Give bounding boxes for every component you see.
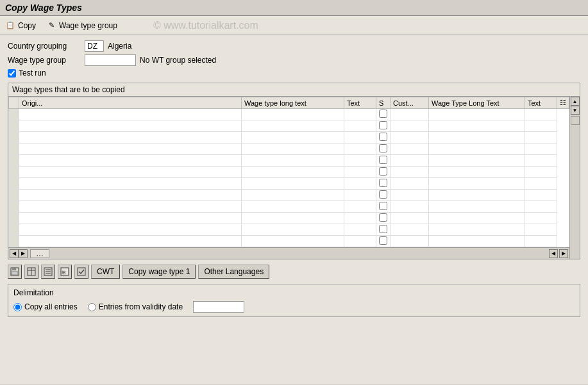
row-checkbox[interactable] <box>379 202 387 210</box>
table-row <box>9 236 569 247</box>
table-row <box>9 190 569 201</box>
action-bar: ⊞ CWT Copy wage type 1 Other Languages <box>8 265 580 279</box>
table-icon <box>27 267 36 276</box>
copy-icon: 📋 <box>5 20 15 31</box>
pencil-icon: ✎ <box>46 20 56 31</box>
wage-type-group-label: Wage type group <box>8 56 85 65</box>
scroll-right3-btn[interactable]: ▶ <box>559 249 568 258</box>
toolbar-wage-group[interactable]: ✎ Wage type group <box>46 20 117 31</box>
vertical-scrollbar[interactable]: ▲ ▼ <box>569 97 580 259</box>
wage-type-group-row: Wage type group No WT group selected <box>8 54 580 66</box>
col-cust-header: Cust... <box>391 97 429 109</box>
toolbar-copy-label: Copy <box>18 21 36 30</box>
copy-wage-type-button[interactable]: Copy wage type 1 <box>122 265 196 279</box>
table-icon-btn[interactable] <box>24 265 38 279</box>
copy-all-label: Copy all entries <box>24 302 78 311</box>
no-wt-group-text: No WT group selected <box>140 56 216 65</box>
table-row <box>9 224 569 236</box>
table-scroll-container: Origi... Wage type long text Text S Cust… <box>8 97 580 259</box>
test-run-checkbox[interactable] <box>8 69 16 78</box>
svg-rect-1 <box>12 268 16 270</box>
svg-rect-13 <box>78 268 85 275</box>
scroll-right-btn[interactable]: ▶ <box>19 249 28 258</box>
row-checkbox[interactable] <box>379 213 387 222</box>
row-checkbox[interactable] <box>379 167 387 176</box>
row-checkbox[interactable] <box>379 110 387 118</box>
delimitation-options: Copy all entries Entries from validity d… <box>13 301 575 313</box>
scroll-down-btn[interactable]: ▼ <box>571 106 580 115</box>
title-bar: Copy Wage Types <box>0 0 588 16</box>
scroll-left-btn[interactable]: ◀ <box>10 249 19 258</box>
main-content: Country grouping Algeria Wage type group… <box>0 35 588 384</box>
row-checkbox[interactable] <box>379 156 387 164</box>
toolbar-wage-group-label: Wage type group <box>59 21 117 30</box>
delimitation-title: Delimitation <box>13 288 575 297</box>
page-title: Copy Wage Types <box>5 3 82 13</box>
check-icon <box>77 267 86 276</box>
country-name: Algeria <box>108 42 131 51</box>
col-text2-header: Text <box>525 97 557 109</box>
table-row <box>9 167 569 178</box>
row-checkbox[interactable] <box>379 144 387 152</box>
wage-type-group-input[interactable] <box>85 54 136 66</box>
table-row <box>9 120 569 132</box>
validity-date-option: Entries from validity date <box>88 302 183 311</box>
delimitation-section: Delimitation Copy all entries Entries fr… <box>8 284 580 317</box>
table-wrapper: Origi... Wage type long text Text S Cust… <box>8 97 569 259</box>
col-sel-header <box>9 97 19 109</box>
validity-date-radio[interactable] <box>88 303 96 311</box>
copy-all-option: Copy all entries <box>13 302 78 311</box>
cwt-button[interactable]: CWT <box>91 265 120 279</box>
col-wt-long-text-header: Wage type long text <box>242 97 344 109</box>
scroll-right2-btn[interactable]: ◀ <box>549 249 558 258</box>
row-checkbox[interactable] <box>379 121 387 129</box>
row-checkbox[interactable] <box>379 179 387 187</box>
col-orig-header: Origi... <box>19 97 242 109</box>
row-checkbox[interactable] <box>379 225 387 233</box>
row-checkbox[interactable] <box>379 133 387 141</box>
other-languages-button[interactable]: Other Languages <box>198 265 269 279</box>
wage-types-table-section: Wage types that are to be copied Origi..… <box>8 83 580 259</box>
svg-text:⊞: ⊞ <box>62 270 66 275</box>
col-text-header: Text <box>344 97 376 109</box>
scroll-indicator: … <box>30 249 49 258</box>
country-grouping-row: Country grouping Algeria <box>8 40 580 52</box>
col-s-header: S <box>376 97 391 109</box>
watermark: © www.tutorialkart.com <box>153 20 258 31</box>
col-settings-header[interactable]: ☷ <box>557 97 569 109</box>
check-icon-btn[interactable] <box>74 265 88 279</box>
save-icon <box>10 267 19 276</box>
list-icon-btn[interactable] <box>41 265 55 279</box>
table-row <box>9 109 569 120</box>
validity-date-label: Entries from validity date <box>99 302 183 311</box>
copy-all-radio[interactable] <box>13 303 22 311</box>
row-checkbox[interactable] <box>379 236 387 245</box>
export-icon: ⊞ <box>60 267 69 276</box>
table-row <box>9 155 569 167</box>
table-bottom-bar: ◀ ▶ … ◀ ▶ <box>8 247 569 259</box>
col-wt-long-text2-header: Wage Type Long Text <box>429 97 525 109</box>
validity-date-input[interactable] <box>193 301 244 313</box>
table-row <box>9 143 569 155</box>
table-row <box>9 178 569 190</box>
bottom-scrollbar-right: ◀ ▶ <box>549 249 568 258</box>
list-icon <box>44 267 53 276</box>
table-section-title: Wage types that are to be copied <box>8 83 580 97</box>
scroll-up-btn[interactable]: ▲ <box>571 97 580 106</box>
export-icon-btn[interactable]: ⊞ <box>58 265 72 279</box>
svg-rect-2 <box>12 272 18 275</box>
country-grouping-label: Country grouping <box>8 42 85 51</box>
row-checkbox[interactable] <box>379 190 387 199</box>
save-icon-btn[interactable] <box>8 265 22 279</box>
wage-types-table: Origi... Wage type long text Text S Cust… <box>8 97 569 247</box>
table-row <box>9 132 569 143</box>
country-grouping-input[interactable] <box>85 40 104 52</box>
test-run-label: Test run <box>19 69 46 78</box>
test-run-row: Test run <box>8 69 580 78</box>
table-row <box>9 213 569 224</box>
toolbar: 📋 Copy ✎ Wage type group © www.tutorialk… <box>0 16 588 35</box>
toolbar-copy[interactable]: 📋 Copy <box>5 20 36 31</box>
scroll-thumb <box>571 116 580 125</box>
table-row <box>9 201 569 213</box>
